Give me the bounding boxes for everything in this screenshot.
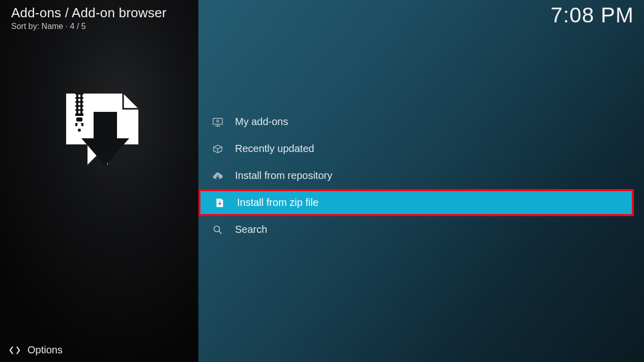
options-button[interactable]: Options: [9, 344, 63, 356]
menu-label: Install from repository: [235, 170, 332, 182]
svg-rect-12: [213, 118, 222, 124]
search-icon: [212, 224, 224, 236]
content-pane: 7:08 PM My add-ons Recently updated: [198, 0, 644, 362]
addon-menu: My add-ons Recently updated Install from…: [198, 108, 634, 243]
menu-item-install-from-zip-file[interactable]: Install from zip file: [198, 189, 634, 216]
menu-item-search[interactable]: Search: [198, 216, 634, 243]
clock: 7:08 PM: [551, 3, 634, 27]
menu-label: Recently updated: [235, 143, 314, 155]
menu-label: Search: [235, 224, 267, 235]
svg-point-14: [214, 226, 220, 231]
zip-file-icon: [214, 197, 226, 209]
svg-rect-9: [76, 117, 82, 122]
cloud-download-icon: [212, 170, 224, 182]
sidebar: Add-ons / Add-on browser Sort by: Name ·…: [0, 0, 198, 362]
monitor-icon: [212, 116, 224, 128]
menu-item-recently-updated[interactable]: Recently updated: [198, 135, 634, 162]
menu-label: Install from zip file: [237, 197, 318, 208]
breadcrumb: Add-ons / Add-on browser: [11, 5, 187, 21]
sort-indicator: Sort by: Name · 4 / 5: [11, 22, 187, 31]
menu-item-install-from-repository[interactable]: Install from repository: [198, 162, 634, 189]
options-arrows-icon: [9, 345, 20, 356]
svg-point-13: [217, 120, 219, 122]
svg-point-11: [78, 129, 81, 132]
menu-item-my-addons[interactable]: My add-ons: [198, 108, 634, 135]
menu-label: My add-ons: [235, 116, 288, 128]
zip-install-icon: [57, 89, 143, 176]
open-box-icon: [212, 143, 224, 155]
options-label: Options: [27, 344, 63, 356]
